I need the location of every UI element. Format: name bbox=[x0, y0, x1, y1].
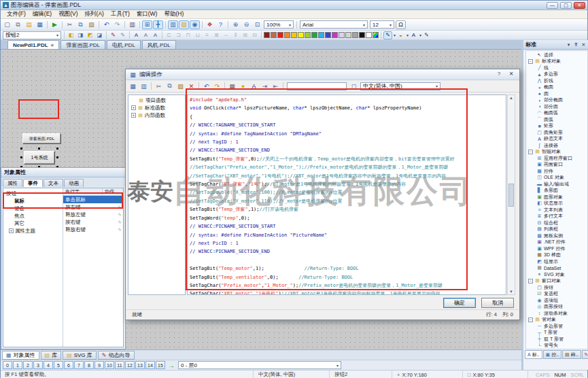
fill-pattern-icon[interactable]: ◩ bbox=[86, 31, 94, 39]
color-swatch[interactable] bbox=[311, 32, 317, 38]
lightning-icon[interactable]: ϟ bbox=[118, 226, 121, 233]
palette-item-圆形按钮[interactable]: ◎圆形按钮 bbox=[526, 304, 587, 311]
object-type-select[interactable]: 按钮2▾ bbox=[3, 31, 61, 39]
palette-item-管弯头[interactable]: └管弯头 bbox=[526, 343, 587, 349]
chevron-down-icon[interactable]: ▾ bbox=[390, 22, 392, 27]
panel-tab-object-properties[interactable]: ▦对象属性 bbox=[2, 351, 39, 360]
palette-item-控件[interactable]: ▦控件 bbox=[526, 168, 587, 175]
event-row-释放右键[interactable]: 释放右键ϟ bbox=[63, 226, 123, 233]
palette-item-椭圆[interactable]: ●椭圆 bbox=[526, 84, 587, 91]
layer-button-12[interactable]: 12 bbox=[125, 361, 135, 369]
palette-item-椭圆弧[interactable]: ◠椭圆弧 bbox=[526, 110, 587, 117]
tab-弹窗画面.PDL[interactable]: 弹窗画面.PDL bbox=[60, 40, 105, 49]
omega-icon[interactable]: Ω bbox=[396, 20, 406, 29]
font-select[interactable]: Arial▾ bbox=[300, 20, 368, 29]
tree-item-鼠标[interactable]: 鼠标 bbox=[3, 197, 63, 205]
tree-item-属性主题[interactable]: +属性主题 bbox=[3, 227, 63, 235]
palette-item-线[interactable]: ╱线 bbox=[526, 65, 587, 71]
chevron-down-icon[interactable]: ▾ bbox=[407, 33, 409, 37]
center-horizontal-icon[interactable]: ≡ bbox=[203, 31, 211, 39]
palette-item-圆弧[interactable]: ⌒圆弧 bbox=[526, 116, 587, 123]
line-color-icon[interactable]: ✎▾ bbox=[383, 31, 396, 39]
color-swatch[interactable] bbox=[366, 32, 372, 38]
palette-item-列表框[interactable]: ▤列表框 bbox=[526, 226, 587, 233]
event-row-单击鼠标[interactable]: 单击鼠标ϟ bbox=[63, 196, 123, 203]
preview-icon[interactable]: ◉ bbox=[190, 20, 200, 29]
font-icon[interactable]: A bbox=[249, 82, 259, 90]
distribute-icon[interactable]: ⊟ bbox=[250, 31, 259, 39]
globe-icon[interactable]: ● bbox=[238, 82, 248, 90]
expander-icon[interactable]: − bbox=[528, 150, 533, 154]
tree-item-其它[interactable]: 其它 bbox=[3, 220, 63, 227]
export-actions-icon[interactable]: ▦ bbox=[128, 82, 138, 90]
props-tab-文本[interactable]: 文本 bbox=[44, 179, 63, 187]
save-icon[interactable]: ▦ bbox=[35, 20, 45, 29]
close-icon[interactable]: × bbox=[51, 42, 54, 48]
undo-icon[interactable]: ↶ bbox=[101, 20, 111, 29]
palette-tab-styles[interactable]: ▤样.. bbox=[562, 350, 581, 359]
color-swatch[interactable] bbox=[298, 32, 304, 38]
zoom-fit-icon[interactable]: ⊡ bbox=[252, 20, 262, 29]
code-template-icon[interactable]: ▦ bbox=[227, 82, 237, 90]
layer-button-3[interactable]: 3 bbox=[33, 361, 43, 369]
chevron-down-icon[interactable]: ▾ bbox=[436, 84, 438, 88]
palette-item-状态显示[interactable]: ◧状态显示 bbox=[526, 201, 587, 207]
palette-tab-standard[interactable]: A标.. bbox=[525, 350, 542, 359]
color-swatch[interactable] bbox=[305, 32, 311, 38]
scroll-up-icon[interactable]: ▲ bbox=[509, 96, 513, 100]
menu-item[interactable]: 编辑(E) bbox=[29, 10, 55, 18]
import-actions-icon[interactable]: ▥ bbox=[139, 82, 149, 90]
search-input[interactable] bbox=[287, 82, 347, 90]
layer-button-9[interactable]: 9 bbox=[94, 361, 104, 369]
menu-item[interactable]: 窗口(W) bbox=[133, 10, 161, 18]
context-help-icon[interactable]: ? bbox=[215, 20, 226, 29]
canvas-button[interactable]: 1号系统 bbox=[24, 151, 55, 165]
color-swatch[interactable] bbox=[325, 32, 331, 38]
redo-icon[interactable]: ↷ bbox=[112, 20, 122, 29]
text-style-icon[interactable]: A bbox=[132, 31, 141, 39]
fill-color-icon[interactable]: ◒▾ bbox=[396, 31, 409, 39]
layer-button-1[interactable]: 1 bbox=[13, 361, 22, 369]
layer-button-13[interactable]: 13 bbox=[135, 361, 145, 369]
text-rotate-icon[interactable]: A bbox=[151, 31, 160, 39]
palette-item-按钮[interactable]: ▢按钮 bbox=[526, 284, 587, 291]
palette-item-部分圆[interactable]: ◑部分圆 bbox=[526, 103, 587, 110]
layer-button-0[interactable]: 0 bbox=[3, 361, 12, 369]
panel-tab-dynamic-wizard[interactable]: ✎动态向导 bbox=[98, 351, 135, 360]
palette-item-画面窗口[interactable]: ▣画面窗口 bbox=[526, 162, 587, 169]
zoom-out-icon[interactable]: ⊖ bbox=[241, 20, 252, 29]
chevron-down-icon[interactable]: ▾ bbox=[336, 363, 339, 368]
tree-item-焦点[interactable]: 焦点 bbox=[3, 212, 63, 220]
line-type-icon[interactable]: ✎ bbox=[118, 31, 127, 39]
event-row-按右键[interactable]: 按右键ϟ bbox=[63, 218, 123, 226]
group-smart-objects[interactable]: −▤智能对象 bbox=[526, 149, 587, 156]
new-icon[interactable]: ▢ bbox=[2, 20, 12, 29]
layer-button-4[interactable]: 4 bbox=[44, 361, 53, 369]
palette-icon[interactable]: ❖ bbox=[205, 20, 215, 29]
pin-icon[interactable]: Ŧ bbox=[573, 42, 579, 47]
cut-icon[interactable]: ✂ bbox=[65, 20, 75, 29]
align-right-icon[interactable]: ⊐ bbox=[174, 31, 183, 39]
color-swatch[interactable] bbox=[318, 32, 324, 38]
layer-button-7[interactable]: 7 bbox=[74, 361, 84, 369]
function-group-标准函数[interactable]: +▤标准函数 bbox=[129, 104, 184, 111]
color-swatch[interactable] bbox=[277, 32, 283, 38]
zoom-in-icon[interactable]: ⊕ bbox=[230, 20, 241, 29]
canvas-button[interactable]: 弹窗画面.PDL bbox=[22, 133, 61, 144]
palette-tab-controls[interactable]: ▣控.. bbox=[543, 350, 562, 359]
ok-button[interactable]: 确定 bbox=[443, 298, 476, 308]
palette-tab-process[interactable]: ✎过.. bbox=[582, 350, 588, 359]
paste-icon[interactable]: ▨ bbox=[86, 20, 97, 29]
palette-item-.NET 控件[interactable]: ▣.NET 控件 bbox=[526, 239, 587, 246]
lightning-icon[interactable]: ϟ bbox=[118, 204, 121, 210]
palette-item-应用程序窗口[interactable]: ⊞应用程序窗口 bbox=[526, 155, 587, 162]
group-standard-objects[interactable]: −▤标准对象 bbox=[526, 58, 587, 65]
import-file-icon[interactable]: ⇥ bbox=[260, 82, 270, 90]
language-select[interactable]: 中文(简体, 中国)▾ bbox=[360, 82, 440, 90]
selection-handle[interactable] bbox=[38, 148, 40, 150]
color-swatch[interactable] bbox=[284, 32, 290, 38]
props-tab-动画[interactable]: 动画 bbox=[64, 179, 84, 187]
selection-handle[interactable] bbox=[20, 156, 22, 158]
code-scrollbar[interactable]: ▲ ▼ bbox=[507, 94, 515, 295]
minimize-button[interactable]: — bbox=[547, 2, 558, 9]
